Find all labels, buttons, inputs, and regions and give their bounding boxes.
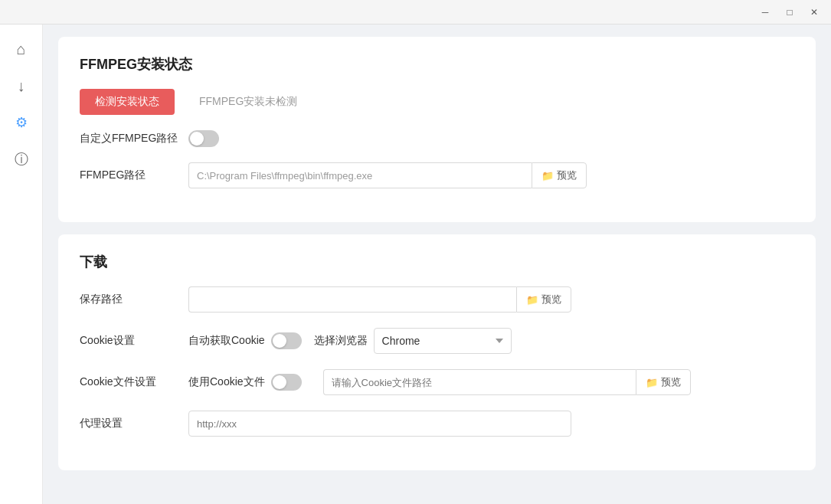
save-path-input[interactable]	[188, 286, 516, 313]
save-path-input-group: 📁 预览	[188, 286, 571, 313]
download-card-title: 下载	[80, 253, 794, 271]
detect-row: 检测安装状态 FFMPEG安装未检测	[80, 89, 794, 115]
browser-select[interactable]: Chrome Firefox Edge	[374, 328, 512, 354]
ffmpeg-path-label: FFMPEG路径	[80, 169, 179, 182]
sidebar: ⌂ ↓ ⚙ ⓘ	[0, 25, 43, 504]
ffmpeg-path-input[interactable]	[188, 162, 532, 188]
use-cookie-file-sub: 使用Cookie文件	[188, 374, 302, 391]
cookie-file-input[interactable]	[323, 369, 636, 395]
custom-path-toggle[interactable]	[188, 130, 219, 147]
cookie-file-input-group: 📁 预览	[323, 369, 691, 395]
save-path-row: 保存路径 📁 预览	[80, 286, 794, 313]
save-path-label: 保存路径	[80, 293, 179, 306]
auto-cookie-label: 自动获取Cookie	[188, 334, 265, 348]
ffmpeg-browse-label: 预览	[557, 169, 577, 182]
sidebar-item-settings[interactable]: ⚙	[6, 107, 37, 138]
select-browser-label: 选择浏览器	[314, 334, 368, 348]
custom-path-row: 自定义FFMPEG路径	[80, 130, 794, 147]
minimize-button[interactable]: ─	[754, 4, 776, 21]
close-button[interactable]: ✕	[803, 4, 825, 21]
browser-select-group: 选择浏览器 Chrome Firefox Edge	[314, 328, 512, 354]
cookie-row: Cookie设置 自动获取Cookie 选择浏览器 Chrome Firefox…	[80, 328, 794, 354]
proxy-row: 代理设置	[80, 411, 794, 437]
sidebar-item-home[interactable]: ⌂	[6, 34, 37, 64]
download-card: 下载 保存路径 📁 预览 Cookie设置 自动获取Cookie	[58, 234, 816, 470]
sidebar-item-info[interactable]: ⓘ	[6, 144, 37, 175]
ffmpeg-path-input-group: 📁 预览	[188, 162, 587, 188]
cookie-label: Cookie设置	[80, 334, 179, 348]
app-layout: ⌂ ↓ ⚙ ⓘ FFMPEG安装状态 检测安装状态 FFMPEG安装未检测 自定…	[0, 25, 831, 504]
ffmpeg-card: FFMPEG安装状态 检测安装状态 FFMPEG安装未检测 自定义FFMPEG路…	[58, 37, 816, 222]
cookie-file-row: Cookie文件设置 使用Cookie文件 📁 预览	[80, 369, 794, 395]
folder-icon-cookie: 📁	[646, 377, 658, 388]
use-cookie-file-toggle[interactable]	[271, 374, 302, 391]
ffmpeg-status-text: FFMPEG安装未检测	[199, 95, 297, 109]
ffmpeg-path-row: FFMPEG路径 📁 预览	[80, 162, 794, 188]
save-browse-label: 预览	[541, 293, 561, 306]
save-path-browse-button[interactable]: 📁 预览	[516, 286, 571, 313]
folder-icon-save: 📁	[526, 294, 538, 306]
cookie-file-label: Cookie文件设置	[80, 375, 179, 389]
proxy-input[interactable]	[188, 411, 571, 437]
titlebar: ─ □ ✕	[0, 0, 831, 25]
cookie-browse-label: 预览	[661, 375, 681, 389]
custom-path-label: 自定义FFMPEG路径	[80, 132, 179, 146]
cookie-controls: 自动获取Cookie 选择浏览器 Chrome Firefox Edge	[188, 328, 794, 354]
main-content: FFMPEG安装状态 检测安装状态 FFMPEG安装未检测 自定义FFMPEG路…	[43, 25, 831, 504]
auto-cookie-sub: 自动获取Cookie	[188, 332, 302, 349]
folder-icon: 📁	[541, 170, 554, 182]
cookie-file-browse-button[interactable]: 📁 预览	[636, 369, 691, 395]
ffmpeg-card-title: FFMPEG安装状态	[80, 55, 794, 74]
detect-button[interactable]: 检测安装状态	[80, 89, 175, 115]
proxy-label: 代理设置	[80, 417, 179, 430]
ffmpeg-browse-button[interactable]: 📁 预览	[532, 162, 587, 188]
auto-cookie-toggle[interactable]	[271, 332, 302, 349]
maximize-button[interactable]: □	[779, 4, 800, 21]
sidebar-item-download[interactable]: ↓	[6, 70, 37, 101]
use-cookie-file-label: 使用Cookie文件	[188, 375, 265, 389]
